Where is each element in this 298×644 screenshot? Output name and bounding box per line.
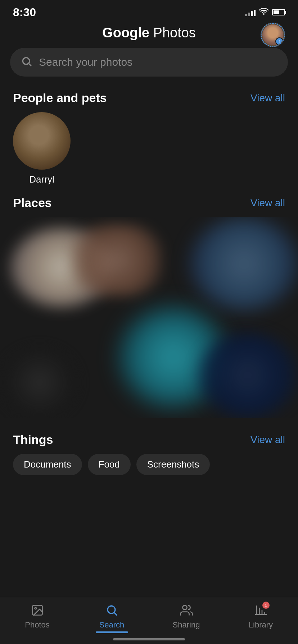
nav-item-photos[interactable]: Photos xyxy=(0,603,74,630)
battery-icon xyxy=(272,9,285,15)
status-icons xyxy=(245,8,285,17)
things-chips-list: Documents Food Screenshots xyxy=(0,454,298,475)
nav-label-library: Library xyxy=(249,620,273,630)
sharing-icon xyxy=(179,603,194,617)
places-map[interactable] xyxy=(0,217,298,418)
people-pets-title: People and pets xyxy=(13,91,107,105)
things-view-all[interactable]: View all xyxy=(250,434,285,446)
things-header: Things View all xyxy=(0,429,298,454)
places-section: Places View all xyxy=(0,192,298,418)
places-view-all[interactable]: View all xyxy=(250,197,285,209)
nav-item-library[interactable]: 1 Library xyxy=(224,603,298,630)
library-icon: 1 xyxy=(254,603,268,617)
people-pets-header: People and pets View all xyxy=(0,87,298,112)
photo-icon xyxy=(30,603,45,617)
app-title: Google Photos xyxy=(102,25,196,41)
nav-item-search[interactable]: Search xyxy=(74,603,149,630)
things-section: Things View all Documents Food Screensho… xyxy=(0,426,298,479)
nav-item-sharing[interactable]: Sharing xyxy=(149,603,224,630)
svg-point-6 xyxy=(182,606,187,610)
search-bar[interactable]: Search your photos xyxy=(10,48,288,77)
home-indicator xyxy=(113,638,185,640)
things-chip[interactable]: Food xyxy=(88,454,131,475)
profile-avatar[interactable]: ↑ xyxy=(261,23,285,47)
status-bar: 8:30 xyxy=(0,0,298,22)
people-pets-view-all[interactable]: View all xyxy=(250,92,285,104)
signal-icon xyxy=(245,8,256,16)
search-nav-icon xyxy=(105,603,119,617)
people-scroll-list: Darryl xyxy=(0,112,298,185)
person-avatar xyxy=(13,112,71,170)
people-pets-section: People and pets View all Darryl xyxy=(0,87,298,185)
svg-line-1 xyxy=(29,64,31,66)
svg-point-3 xyxy=(35,608,36,610)
things-chip[interactable]: Screenshots xyxy=(136,454,210,475)
things-chip[interactable]: Documents xyxy=(13,454,82,475)
upload-badge: ↑ xyxy=(275,37,283,45)
nav-label-sharing: Sharing xyxy=(173,620,200,630)
places-header: Places View all xyxy=(0,192,298,217)
search-icon xyxy=(21,56,32,69)
bottom-navigation: Photos Search Sharing xyxy=(0,597,298,644)
search-placeholder: Search your photos xyxy=(39,56,132,68)
app-header: Google Photos ↑ xyxy=(0,22,298,48)
status-time: 8:30 xyxy=(13,6,36,19)
wifi-icon xyxy=(259,8,268,17)
places-title: Places xyxy=(13,196,52,210)
svg-line-5 xyxy=(114,613,117,615)
things-title: Things xyxy=(13,433,53,447)
person-name: Darryl xyxy=(29,174,54,185)
nav-label-search: Search xyxy=(99,620,125,630)
nav-label-photos: Photos xyxy=(25,620,50,630)
library-badge: 1 xyxy=(262,602,270,609)
person-item[interactable]: Darryl xyxy=(13,112,71,185)
